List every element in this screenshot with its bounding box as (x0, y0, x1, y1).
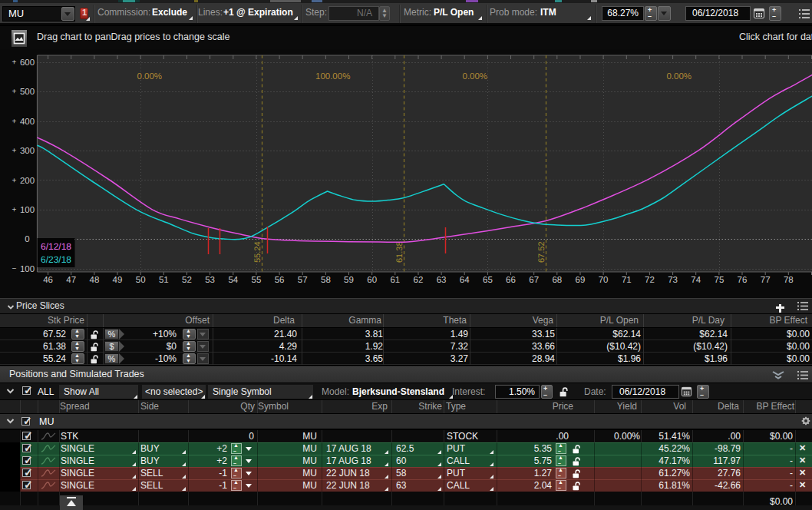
svg-text:50: 50 (136, 276, 146, 285)
svg-text:65: 65 (483, 276, 493, 285)
svg-text:51: 51 (159, 276, 169, 285)
svg-text:+: + (12, 177, 17, 185)
svg-text:61: 61 (390, 276, 400, 285)
svg-text:52: 52 (182, 276, 192, 285)
svg-text:78: 78 (784, 276, 794, 285)
svg-text:75: 75 (715, 276, 725, 285)
svg-text:74: 74 (691, 276, 701, 285)
svg-text:62: 62 (414, 276, 424, 285)
svg-text:49: 49 (113, 276, 123, 285)
svg-text:57: 57 (298, 276, 308, 285)
svg-text:64: 64 (460, 276, 470, 285)
svg-text:60: 60 (367, 276, 377, 285)
svg-text:69: 69 (576, 276, 586, 285)
svg-text:400: 400 (20, 118, 35, 127)
svg-text:+: + (12, 206, 17, 214)
svg-text:73: 73 (668, 276, 678, 285)
svg-text:67: 67 (529, 276, 539, 285)
svg-text:600: 600 (20, 58, 35, 68)
svg-text:55.24: 55.24 (253, 241, 262, 263)
svg-text:63: 63 (437, 276, 447, 285)
svg-text:61.38: 61.38 (395, 241, 404, 263)
svg-text:+: + (12, 88, 17, 96)
svg-text:66: 66 (506, 276, 516, 285)
svg-text:72: 72 (645, 276, 655, 285)
svg-text:0.00%: 0.00% (462, 72, 487, 81)
svg-text:0.00%: 0.00% (137, 72, 162, 81)
svg-text:6/12/18: 6/12/18 (41, 241, 71, 252)
svg-text:46: 46 (43, 276, 53, 285)
svg-text:56: 56 (275, 276, 285, 285)
svg-text:76: 76 (738, 276, 748, 285)
svg-text:68: 68 (552, 276, 562, 285)
svg-text:500: 500 (20, 88, 35, 97)
svg-text:100.00%: 100.00% (315, 72, 350, 81)
svg-text:54: 54 (228, 276, 238, 285)
svg-text:58: 58 (321, 276, 331, 285)
svg-text:200: 200 (20, 177, 35, 186)
svg-text:100: 100 (20, 206, 35, 215)
svg-text:59: 59 (344, 276, 354, 285)
svg-text:67.52: 67.52 (537, 241, 546, 263)
svg-text:55: 55 (252, 276, 262, 285)
svg-text:71: 71 (622, 276, 632, 285)
svg-text:0: 0 (25, 235, 29, 244)
svg-text:70: 70 (599, 276, 609, 285)
svg-text:48: 48 (90, 276, 100, 285)
svg-text:0.00%: 0.00% (666, 72, 692, 81)
svg-text:77: 77 (761, 276, 771, 285)
svg-text:+: + (12, 58, 17, 67)
svg-text:47: 47 (66, 276, 76, 285)
svg-text:100: 100 (20, 265, 35, 274)
svg-text:+: + (12, 118, 17, 126)
svg-text:53: 53 (205, 276, 215, 285)
svg-text:300: 300 (20, 147, 35, 156)
svg-text:6/23/18: 6/23/18 (41, 254, 71, 265)
svg-text:−: − (12, 265, 17, 273)
svg-text:+: + (12, 147, 17, 155)
